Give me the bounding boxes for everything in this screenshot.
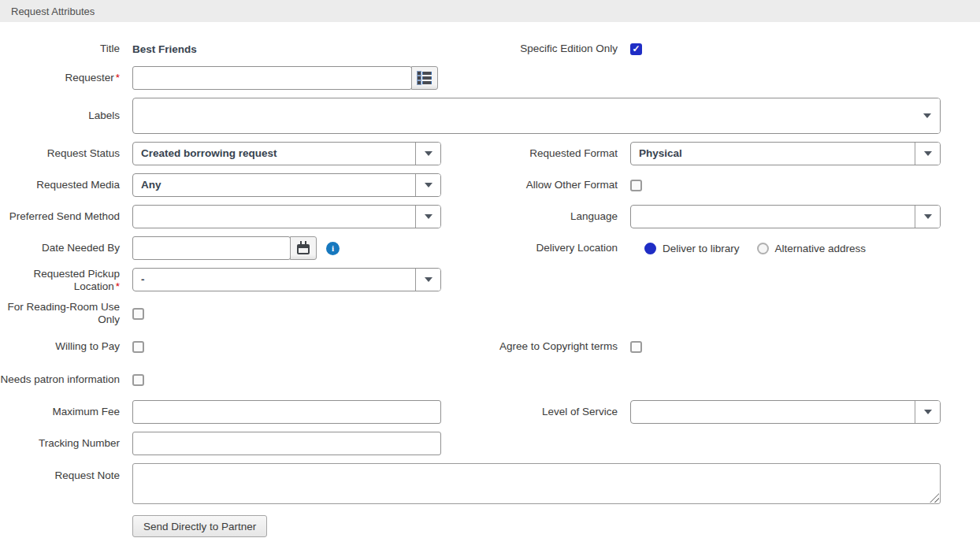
requested-media-label: Requested Media [0,179,120,191]
allow-other-format-checkbox[interactable]: ✓ [630,180,642,191]
requested-format-dropdown-button[interactable] [915,143,940,165]
chevron-down-icon [425,277,432,282]
agree-to-copyright-terms-label: Agree to Copyright terms [490,340,618,353]
requested-media-value[interactable]: Any [133,174,415,196]
delivery-location-label: Delivery Location [490,242,618,254]
row-needs-patron: Needs patron information ✓ [0,367,980,392]
request-status-combobox[interactable]: Created borrowing request [132,142,441,165]
willing-to-pay-label: Willing to Pay [0,340,120,353]
check-icon: ✓ [632,44,640,54]
language-combobox[interactable] [630,205,941,228]
title-label: Title [0,43,120,55]
agree-to-copyright-terms-checkbox[interactable]: ✓ [630,341,642,353]
specific-edition-only-label: Specific Edition Only [490,43,618,55]
preferred-send-method-label: Preferred Send Method [0,210,120,223]
deliver-to-library-radio[interactable] [644,243,656,254]
request-note-textarea[interactable] [132,463,941,504]
row-request-note: Request Note [0,463,980,504]
deliver-to-library-label: Deliver to library [663,243,740,254]
row-labels: Labels [0,98,980,134]
request-attributes-form: Title Best Friends Specific Edition Only… [0,22,980,537]
required-asterisk: * [116,280,120,292]
chevron-down-icon [923,113,931,118]
row-tracking: Tracking Number [0,432,980,455]
row-pay-copyright: Willing to Pay ✓ Agree to Copyright term… [0,334,980,359]
preferred-send-method-value[interactable] [133,206,415,228]
language-label: Language [490,210,618,223]
requested-format-value[interactable]: Physical [631,143,915,165]
request-status-label: Request Status [0,147,120,160]
requested-pickup-location-label: Requested Pickup Location* [0,268,120,293]
request-status-value[interactable]: Created borrowing request [133,143,415,165]
willing-to-pay-checkbox[interactable]: ✓ [132,341,144,353]
title-value: Best Friends [132,43,197,55]
row-media-allow: Requested Media Any Allow Other Format ✓ [0,173,980,197]
needs-patron-information-label: Needs patron information [0,373,120,386]
request-note-label: Request Note [0,469,120,482]
level-of-service-value[interactable] [631,401,915,423]
row-fee-service: Maximum Fee Level of Service [0,400,980,424]
chevron-down-icon [924,214,932,219]
labels-label: Labels [0,109,120,122]
chevron-down-icon [425,214,432,219]
language-dropdown-button[interactable] [915,206,940,228]
row-date-delivery: Date Needed By i Delivery Location Deliv… [0,236,980,260]
date-needed-by-input[interactable] [132,236,291,260]
needs-patron-information-checkbox[interactable]: ✓ [132,374,144,386]
requested-pickup-location-dropdown-button[interactable] [415,269,440,291]
level-of-service-combobox[interactable] [630,400,941,424]
tracking-number-label: Tracking Number [0,437,120,450]
requester-label: Requester* [0,72,120,84]
maximum-fee-input[interactable] [132,400,441,424]
date-needed-by-label: Date Needed By [0,242,120,254]
tracking-number-input[interactable] [132,432,441,455]
chevron-down-icon [924,410,932,414]
labels-dropdown-button[interactable] [915,98,940,133]
section-header: Request Attributes [0,0,980,22]
row-reading-room: For Reading-Room Use Only ✓ [0,301,980,326]
alternative-address-radio[interactable] [757,243,769,254]
row-send-language: Preferred Send Method Language [0,205,980,228]
info-icon[interactable]: i [326,242,340,255]
date-picker-button[interactable] [290,236,317,260]
requested-media-dropdown-button[interactable] [415,174,440,196]
for-reading-room-use-only-label: For Reading-Room Use Only [0,301,120,326]
for-reading-room-use-only-checkbox[interactable]: ✓ [132,308,144,320]
specific-edition-only-checkbox[interactable]: ✓ [630,43,642,55]
requested-format-label: Requested Format [490,147,618,160]
section-title: Request Attributes [11,6,95,17]
row-title: Title Best Friends Specific Edition Only… [0,41,980,57]
send-directly-to-partner-button[interactable]: Send Directly to Partner [132,515,267,537]
requested-pickup-location-combobox[interactable]: - [132,268,441,291]
labels-combobox[interactable] [132,98,941,134]
allow-other-format-label: Allow Other Format [490,179,618,191]
preferred-send-method-combobox[interactable] [132,205,441,228]
required-asterisk: * [116,72,120,83]
chevron-down-icon [425,183,432,187]
requested-pickup-location-value[interactable]: - [133,269,415,291]
chevron-down-icon [924,151,932,156]
requester-lookup-button[interactable] [411,66,438,90]
chevron-down-icon [425,151,432,156]
maximum-fee-label: Maximum Fee [0,406,120,418]
list-icon [418,72,432,84]
row-pickup-location: Requested Pickup Location* - [0,268,980,293]
alternative-address-label: Alternative address [775,243,867,254]
delivery-location-radio-group: Deliver to library Alternative address [630,236,877,260]
row-requester: Requester* [0,66,980,90]
language-value[interactable] [631,206,915,228]
requester-input[interactable] [132,66,412,90]
preferred-send-method-dropdown-button[interactable] [415,206,440,228]
requested-format-combobox[interactable]: Physical [630,142,941,165]
level-of-service-label: Level of Service [490,406,618,418]
calendar-icon [297,244,310,254]
row-status-format: Request Status Created borrowing request… [0,142,980,165]
requested-media-combobox[interactable]: Any [132,173,441,197]
row-actions: Send Directly to Partner [0,515,980,537]
level-of-service-dropdown-button[interactable] [915,401,940,423]
request-status-dropdown-button[interactable] [415,143,440,165]
labels-value[interactable] [133,98,915,133]
